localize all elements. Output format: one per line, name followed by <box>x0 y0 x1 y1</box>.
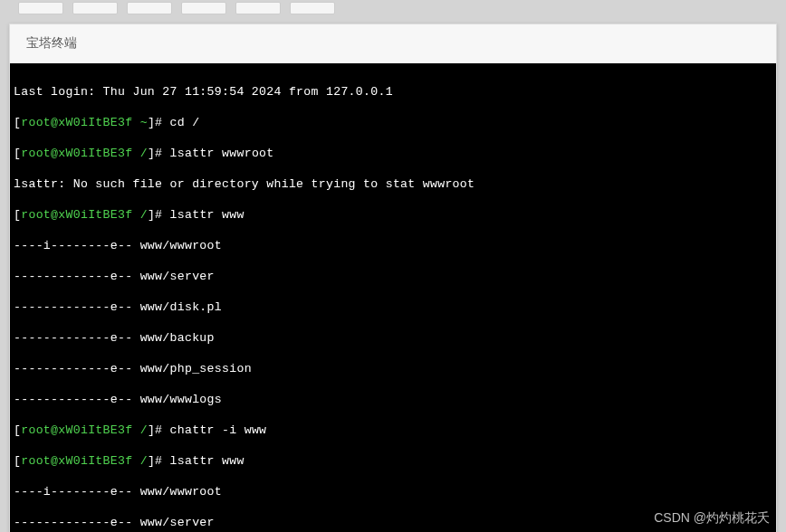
prompt-line: [root@xW0iItBE3f /]# lsattr wwwroot <box>14 146 772 161</box>
prompt-line: [root@xW0iItBE3f /]# lsattr www <box>14 453 772 469</box>
prompt-line: [root@xW0iItBE3f ~]# cd / <box>14 115 772 130</box>
lsattr-output: ----i--------e-- www/wwwroot <box>14 238 772 253</box>
background-buttons <box>0 0 786 18</box>
lsattr-output: -------------e-- www/wwwlogs <box>14 392 772 407</box>
terminal-body[interactable]: Last login: Thu Jun 27 11:59:54 2024 fro… <box>10 63 776 532</box>
bg-btn <box>181 2 226 14</box>
bg-btn <box>290 2 335 14</box>
last-login-line: Last login: Thu Jun 27 11:59:54 2024 fro… <box>14 84 772 100</box>
bg-btn <box>72 2 118 14</box>
prompt-line: [root@xW0iItBE3f /]# lsattr www <box>14 207 772 223</box>
prompt-line: [root@xW0iItBE3f /]# chattr -i www <box>14 423 772 438</box>
terminal-window: 宝塔终端 Last login: Thu Jun 27 11:59:54 202… <box>9 24 777 532</box>
lsattr-output: -------------e-- www/backup <box>14 330 772 346</box>
lsattr-output: -------------e-- www/server <box>14 269 772 284</box>
bg-btn <box>235 2 281 14</box>
error-output: lsattr: No such file or directory while … <box>14 176 772 192</box>
lsattr-output: -------------e-- www/disk.pl <box>14 299 772 315</box>
window-title: 宝塔终端 <box>10 24 776 63</box>
bg-btn <box>127 2 172 14</box>
bg-btn <box>18 2 63 14</box>
lsattr-output: ----i--------e-- www/wwwroot <box>14 484 772 499</box>
watermark-text: CSDN @灼灼桃花夭 <box>654 510 770 527</box>
lsattr-output: -------------e-- www/php_session <box>14 361 772 376</box>
